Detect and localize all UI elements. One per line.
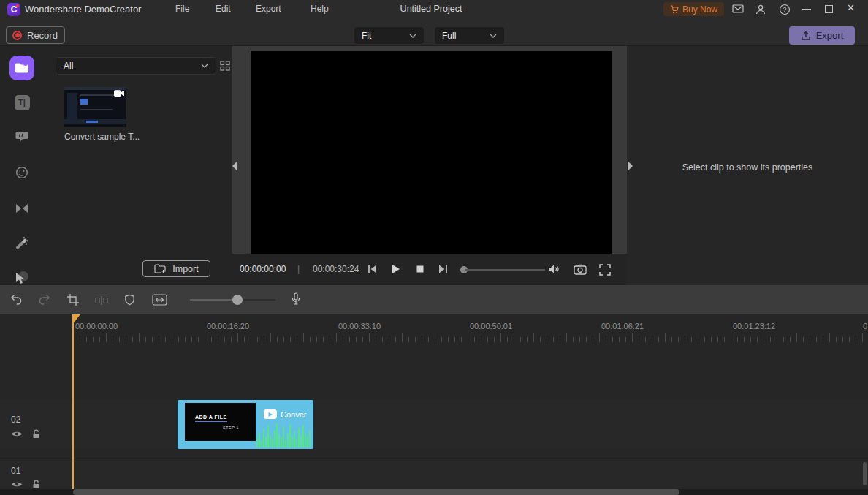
record-button[interactable]: Record <box>6 26 65 44</box>
text-tool-icon: T| <box>15 95 30 110</box>
ruler-label: 00:00:50:01 <box>470 322 512 330</box>
media-filter-dropdown[interactable]: All <box>56 57 216 75</box>
mail-icon[interactable] <box>732 4 744 15</box>
clip-label-text: Conver <box>281 410 306 419</box>
grid-view-icon[interactable] <box>220 61 230 71</box>
clip-thumbnail: ADD A FILE STEP 1 <box>185 403 256 441</box>
track-lock-icon[interactable] <box>31 429 41 439</box>
timeline: 00:00:00:0000:00:16:2000:00:33:1000:00:5… <box>0 314 868 495</box>
sidebar-item-media[interactable] <box>9 56 34 80</box>
media-panel: All Convert sample T... Import <box>44 46 232 285</box>
import-folder-icon <box>154 264 166 273</box>
media-item-thumbnail[interactable] <box>64 87 126 127</box>
timeline-zoom-slider-handle[interactable] <box>232 295 243 305</box>
track-visibility-eye-icon[interactable] <box>11 480 23 488</box>
split-icon[interactable] <box>95 296 108 305</box>
preview-panel: 00:00:00:00 | 00:00:30:24 <box>232 46 627 285</box>
timeline-clip[interactable]: ADD A FILE STEP 1 Conver <box>178 400 313 449</box>
cursor-icon <box>14 270 30 285</box>
horizontal-scrollbar <box>0 489 868 495</box>
view-fit-dropdown[interactable]: Fit <box>354 27 424 44</box>
canvas-scale-dropdown[interactable]: Full <box>435 27 504 44</box>
next-frame-button[interactable] <box>438 264 449 274</box>
titlebar: C Wondershare DemoCreator File Edit Expo… <box>0 0 868 19</box>
account-icon[interactable] <box>755 4 767 15</box>
horizontal-scrollbar-thumb[interactable] <box>73 489 679 495</box>
timeline-toolbar <box>0 285 868 314</box>
sidebar-item-text[interactable]: T| <box>14 94 30 110</box>
sidebar-item-effects[interactable] <box>14 235 30 251</box>
crop-icon[interactable] <box>67 294 79 306</box>
track-number: 01 <box>11 466 20 476</box>
canvas-scale-value: Full <box>442 31 456 41</box>
sidebar-item-transitions[interactable] <box>14 200 30 216</box>
svg-text:?: ? <box>783 6 786 13</box>
playhead-flag-icon[interactable] <box>72 314 80 325</box>
properties-panel: Select clip to show its properties <box>627 46 868 285</box>
stop-button[interactable] <box>415 264 425 274</box>
clip-thumb-subtitle: STEP 1 <box>223 426 239 430</box>
menu-export[interactable]: Export <box>256 4 281 14</box>
video-camera-icon <box>114 90 124 97</box>
volume-icon[interactable] <box>548 264 560 274</box>
help-icon[interactable]: ? <box>779 4 791 14</box>
maximize-icon[interactable] <box>825 5 833 13</box>
seek-slider-track[interactable] <box>465 269 545 271</box>
play-button[interactable] <box>390 264 400 274</box>
preview-video-canvas[interactable] <box>251 51 612 254</box>
smiley-icon <box>15 166 28 179</box>
snapshot-camera-icon[interactable] <box>574 264 587 274</box>
ruler-label-partial: 0 <box>863 322 867 330</box>
video-play-badge-icon <box>264 409 277 419</box>
current-time: 00:00:00:00 <box>240 264 286 274</box>
sidebar-item-cursor-effects[interactable] <box>14 270 30 285</box>
clip-label: Conver <box>264 409 306 419</box>
media-item-name: Convert sample T... <box>64 132 145 142</box>
folder-icon <box>15 62 29 74</box>
fullscreen-icon[interactable] <box>599 264 611 274</box>
main-toolbar: Record Fit Full Export <box>0 19 868 46</box>
chevron-down-icon <box>409 34 416 38</box>
redo-icon[interactable] <box>38 294 50 305</box>
clip-waveform <box>256 421 312 447</box>
buy-now-label: Buy Now <box>682 4 717 15</box>
chevron-down-icon <box>490 34 497 38</box>
marker-shield-icon[interactable] <box>124 294 135 306</box>
undo-icon[interactable] <box>10 294 23 305</box>
track-visibility-eye-icon[interactable] <box>11 430 23 438</box>
chevron-down-icon <box>201 64 208 68</box>
import-label: Import <box>172 264 198 274</box>
previous-frame-button[interactable] <box>367 264 377 274</box>
vertical-scrollbar-thumb[interactable] <box>863 462 867 485</box>
import-button[interactable]: Import <box>142 260 210 277</box>
track-row-02 <box>0 400 868 449</box>
speech-bubble-icon <box>15 131 28 143</box>
fit-timeline-icon[interactable] <box>152 294 167 306</box>
menu-edit[interactable]: Edit <box>216 4 231 14</box>
upload-icon <box>801 31 811 41</box>
total-time: 00:00:30:24 <box>313 264 359 274</box>
magic-wand-icon <box>15 235 29 250</box>
buy-now-button[interactable]: Buy Now <box>663 2 724 16</box>
collapse-media-chevron-icon[interactable] <box>232 161 237 171</box>
track-lock-icon[interactable] <box>31 480 41 489</box>
ruler-label: 00:00:00:00 <box>75 322 118 330</box>
menu-help[interactable]: Help <box>311 4 329 14</box>
close-icon[interactable]: ✕ <box>847 2 855 13</box>
transitions-icon <box>15 203 28 214</box>
record-icon <box>12 31 22 40</box>
minimize-icon[interactable] <box>802 9 811 10</box>
sidebar-item-stickers[interactable] <box>14 165 30 181</box>
playhead[interactable] <box>72 314 74 489</box>
sidebar-item-captions[interactable] <box>14 129 30 145</box>
app-logo-icon: C <box>7 3 20 16</box>
export-button[interactable]: Export <box>789 26 855 45</box>
ruler-label: 00:00:33:10 <box>338 322 381 330</box>
media-filter-value: All <box>64 61 73 71</box>
microphone-icon[interactable] <box>291 292 301 306</box>
cart-icon <box>670 5 679 14</box>
record-label: Record <box>27 30 58 41</box>
project-title: Untitled Project <box>400 4 462 14</box>
menu-file[interactable]: File <box>175 4 189 14</box>
clip-thumb-title: ADD A FILE <box>195 415 227 422</box>
